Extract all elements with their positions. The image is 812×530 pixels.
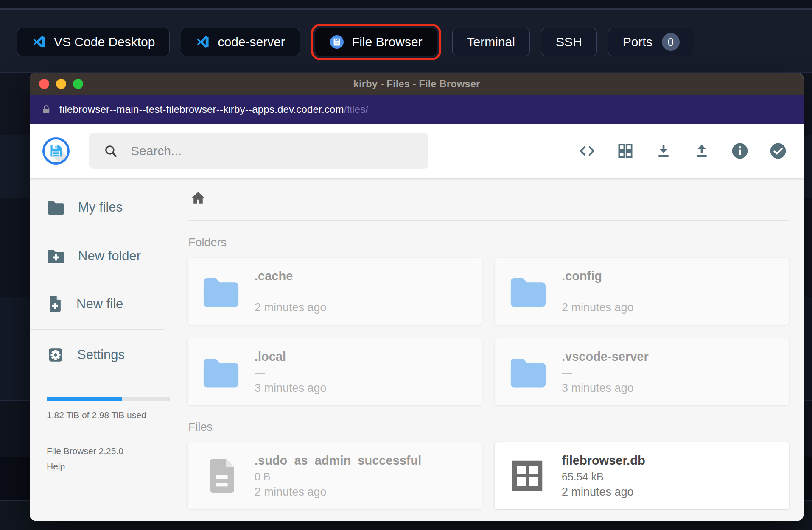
filebrowser-icon [330,35,344,49]
text-file-icon [201,456,241,496]
item-details: .cache — 2 minutes ago [255,269,327,314]
select-multiple-button[interactable] [770,142,787,159]
window-titlebar: kirby - Files - File Browser [30,73,804,95]
breadcrumb-home-button[interactable] [190,190,206,207]
sidebar-divider [30,232,164,232]
info-icon [731,142,748,160]
floppy-disk-icon [45,140,67,162]
storage-usage-label: 1.82 TiB of 2.98 TiB used [47,410,170,420]
item-name: .config [562,269,634,283]
item-modified: 3 minutes ago [255,382,327,394]
lock-icon [41,104,52,115]
file-plus-icon [47,295,64,313]
sidebar-item-new-file[interactable]: New file [30,285,185,324]
tab-label: Terminal [467,35,515,49]
folder-icon [508,274,548,308]
search-input[interactable]: Search... [89,133,428,169]
url-text: filebrowser--main--test-filebrowser--kir… [59,103,368,115]
file-listing: Folders .cache — 2 minutes ago [185,178,804,521]
folder-icon [47,199,65,215]
item-modified: 2 minutes ago [255,301,327,314]
info-button[interactable] [731,142,748,159]
sidebar: My files New folder [30,178,185,521]
sidebar-item-new-folder[interactable]: New folder [30,238,185,274]
sidebar-item-label: My files [78,200,123,215]
storage-usage: 1.82 TiB of 2.98 TiB used [47,397,170,420]
item-size: 65.54 kB [562,471,645,483]
code-view-button[interactable] [579,142,596,159]
tab-label: Ports [623,35,652,49]
vscode-icon [196,35,210,49]
folder-card[interactable]: .local — 3 minutes ago [188,338,482,405]
search-placeholder: Search... [131,144,182,158]
desktop: VS Code Desktop code-server File Browser [0,0,812,530]
item-name: .cache [255,269,327,283]
item-name: .vscode-server [562,349,649,364]
sidebar-credits: File Browser 2.25.0 Help [47,445,185,473]
file-card[interactable]: .sudo_as_admin_successful 0 B 2 minutes … [188,442,482,509]
grid-view-button[interactable] [617,142,634,159]
settings-icon [47,346,64,364]
help-link[interactable]: Help [47,460,65,473]
folder-icon [508,355,548,389]
folder-card[interactable]: .vscode-server — 3 minutes ago [495,338,789,405]
header-actions [579,142,787,159]
item-size: — [255,286,327,298]
item-size: — [255,367,327,379]
storage-progress [47,397,170,401]
sidebar-item-settings[interactable]: Settings [30,336,185,374]
folders-grid: .cache — 2 minutes ago .config — [188,258,789,405]
upload-icon [693,142,710,159]
folder-plus-icon [47,248,65,264]
url-bar[interactable]: filebrowser--main--test-filebrowser--kir… [30,95,804,124]
filebrowser-body: My files New folder [30,178,804,521]
vscode-icon [32,35,46,49]
files-grid: .sudo_as_admin_successful 0 B 2 minutes … [188,442,789,509]
home-icon [190,190,206,206]
download-button[interactable] [655,142,672,159]
upload-button[interactable] [693,142,710,159]
tab-label: VS Code Desktop [54,35,155,49]
code-icon [579,142,596,159]
app-tabs-bar: VS Code Desktop code-server File Browser [17,24,694,60]
item-modified: 3 minutes ago [562,382,649,394]
tab-ssh[interactable]: SSH [541,28,597,56]
tab-terminal[interactable]: Terminal [452,28,530,56]
filebrowser-logo[interactable] [42,137,70,165]
item-modified: 2 minutes ago [562,485,645,498]
storage-progress-fill [47,397,122,401]
url-path: /files/ [344,103,368,115]
tab-vscode-desktop[interactable]: VS Code Desktop [17,28,170,56]
ports-count-badge: 0 [662,33,680,51]
sidebar-item-my-files[interactable]: My files [30,189,185,226]
item-details: .config — 2 minutes ago [562,269,634,314]
file-card[interactable]: filebrowser.db 65.54 kB 2 minutes ago [495,442,789,509]
tab-label: SSH [556,35,582,49]
files-section-label: Files [188,421,789,434]
item-details: .sudo_as_admin_successful 0 B 2 minutes … [255,453,421,498]
tab-label: code-server [218,35,285,49]
item-name: filebrowser.db [562,453,645,468]
download-icon [655,142,672,159]
listing-divider [188,220,789,221]
tab-ports[interactable]: Ports 0 [608,28,694,56]
sidebar-spacer [30,274,185,285]
folder-card[interactable]: .config — 2 minutes ago [495,258,789,325]
tab-file-browser[interactable]: File Browser [315,28,437,56]
item-details: .local — 3 minutes ago [255,349,327,394]
tab-label: File Browser [352,35,423,49]
item-modified: 2 minutes ago [255,485,421,498]
item-name: .sudo_as_admin_successful [255,453,421,468]
item-modified: 2 minutes ago [562,301,634,314]
window-title: kirby - Files - File Browser [30,78,804,90]
folder-card[interactable]: .cache — 2 minutes ago [188,258,482,325]
browser-window: kirby - Files - File Browser filebrowser… [30,73,804,521]
grid-view-icon [617,142,634,159]
filebrowser-header: Search... [30,124,804,178]
url-host: filebrowser--main--test-filebrowser--kir… [59,103,344,115]
sidebar-item-label: Settings [77,347,125,363]
tab-code-server[interactable]: code-server [181,28,300,56]
folder-icon [201,355,241,389]
item-name: .local [255,349,327,364]
item-size: — [562,367,649,379]
